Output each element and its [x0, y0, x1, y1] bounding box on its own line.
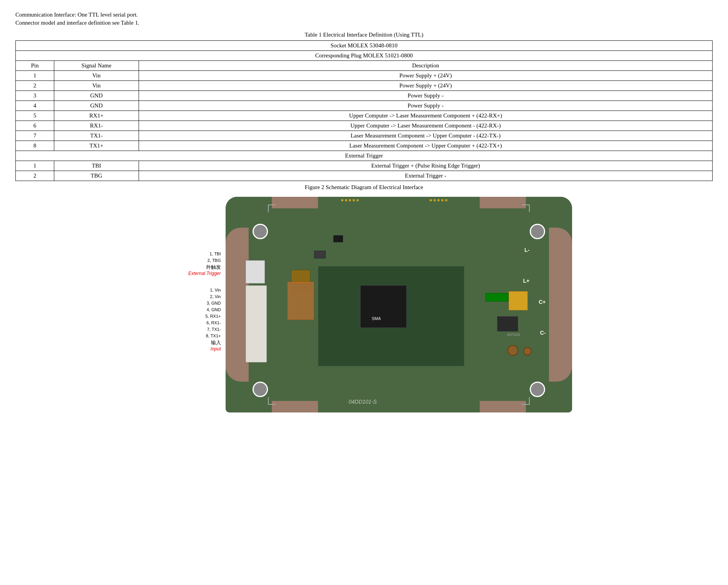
- pcb-left-ear: [226, 228, 249, 382]
- cell-pin: 8: [16, 141, 54, 151]
- cell-desc: Power Supply -: [139, 91, 713, 101]
- cell-desc: Laser Measurement Component -> Upper Com…: [139, 131, 713, 141]
- connector-small: [246, 260, 265, 283]
- table-row: 6 RX1- Upper Computer -> Laser Measureme…: [16, 121, 713, 131]
- connector-main: [246, 285, 267, 362]
- C-minus-label: C-: [540, 330, 546, 336]
- cell-signal: Vin: [54, 81, 139, 91]
- electrical-interface-table: Socket MOLEX 53048-0810 Corresponding Pl…: [15, 40, 713, 181]
- cap-right-1: [507, 345, 518, 356]
- pcb-top-tab-left: [272, 197, 318, 208]
- table-row: 1 Vin Power Supply + (24V): [16, 71, 713, 81]
- plug-row: Corresponding Plug MOLEX 51021-0800: [16, 51, 713, 61]
- cell-desc: Upper Computer -> Laser Measurement Comp…: [139, 111, 713, 121]
- cell-pin: 5: [16, 111, 54, 121]
- ic-large: [360, 285, 407, 328]
- trigger-table-row: 1 TBI External Trigger + (Pulse Rising E…: [16, 161, 713, 171]
- cell-signal: TBG: [54, 171, 139, 181]
- cell-signal: Vin: [54, 71, 139, 81]
- trigger-header-row: External Trigger: [16, 151, 713, 161]
- cell-pin: 3: [16, 91, 54, 101]
- L-minus-label: L-: [524, 247, 529, 253]
- cap-right-2: [523, 347, 532, 355]
- sot203-label: SOT203: [507, 333, 520, 337]
- table-row: 4 GND Power Supply -: [16, 101, 713, 111]
- gold-dots-top-left: [341, 199, 359, 201]
- pcb-right-ear: [549, 228, 572, 382]
- pcb-top-tab-right: [480, 197, 526, 208]
- trigger-annotation: 1, TBI2, TBG 外触发 External Trigger: [156, 251, 221, 276]
- bracket-bottom-right: [522, 397, 530, 405]
- table-row: 3 GND Power Supply -: [16, 91, 713, 101]
- bracket-top-right: [522, 204, 530, 212]
- cell-pin: 4: [16, 101, 54, 111]
- L-plus-label: L+: [523, 278, 530, 284]
- mount-hole-bl: [253, 382, 268, 397]
- cell-signal: GND: [54, 101, 139, 111]
- cell-desc: Power Supply + (24V): [139, 71, 713, 81]
- figure-caption: Figure 2 Schematic Diagram of Electrical…: [15, 184, 713, 191]
- cell-pin: 1: [16, 71, 54, 81]
- bracket-top-left: [268, 204, 276, 212]
- cell-desc: Power Supply -: [139, 101, 713, 111]
- bracket-bottom-left: [268, 397, 276, 405]
- table-row: 8 TX1+ Laser Measurement Component -> Up…: [16, 141, 713, 151]
- sma-label: SMA: [372, 316, 381, 321]
- C-plus-label: C+: [539, 299, 546, 305]
- comp-sot: [333, 235, 343, 242]
- input-annotation: 1, Vin2, Vin3, GND4, GND5, RX1+6, RX1-7,…: [156, 287, 221, 352]
- table-title: Table 1 Electrical Interface Definition …: [15, 32, 713, 38]
- comp-orange: [287, 282, 314, 320]
- cell-desc: Laser Measurement Component -> Upper Com…: [139, 141, 713, 151]
- socket-row: Socket MOLEX 53048-0810: [16, 41, 713, 51]
- cell-signal: TBI: [54, 161, 139, 171]
- cell-signal: RX1-: [54, 121, 139, 131]
- cell-pin: 2: [16, 81, 54, 91]
- input-english: Input: [156, 346, 221, 352]
- input-pins: 1, Vin2, Vin3, GND4, GND5, RX1+6, RX1-7,…: [156, 287, 221, 339]
- input-chinese: 输入: [156, 339, 221, 346]
- intro-line1: Communication Interface: One TTL level s…: [15, 12, 713, 18]
- table-row: 2 Vin Power Supply + (24V): [16, 81, 713, 91]
- trigger-pins: 1, TBI2, TBG: [156, 251, 221, 264]
- intro-line2: Connector model and interface definition…: [15, 20, 713, 26]
- left-annotations: 1, TBI2, TBG 外触发 External Trigger 1, Vin…: [156, 197, 226, 362]
- pcb-section: 1, TBI2, TBG 外触发 External Trigger 1, Vin…: [15, 197, 713, 412]
- yellow-pad: [509, 291, 528, 310]
- cell-desc: Upper Computer -> Laser Measurement Comp…: [139, 121, 713, 131]
- table-row: 5 RX1+ Upper Computer -> Laser Measureme…: [16, 111, 713, 121]
- sot203-ic: [497, 316, 518, 332]
- cell-signal: GND: [54, 91, 139, 101]
- green-component: [485, 293, 509, 302]
- pcb-bottom-tab-left: [272, 401, 318, 412]
- trigger-chinese: 外触发: [156, 264, 221, 271]
- cell-pin: 6: [16, 121, 54, 131]
- cell-pin: 7: [16, 131, 54, 141]
- trigger-english: External Trigger: [156, 271, 221, 276]
- table-row: 7 TX1- Laser Measurement Component -> Up…: [16, 131, 713, 141]
- cell-signal: TX1-: [54, 131, 139, 141]
- cell-desc: Power Supply + (24V): [139, 81, 713, 91]
- cell-signal: RX1+: [54, 111, 139, 121]
- cell-desc: External Trigger -: [139, 171, 713, 181]
- gold-dots-top-right: [430, 199, 447, 201]
- comp-2: [314, 251, 326, 258]
- mount-hole-br: [530, 382, 545, 397]
- cell-pin: 1: [16, 161, 54, 171]
- board-label: 04DD101-S: [349, 399, 377, 405]
- pcb-board: SMA L- L+ C+ C- SOT203 04DD101-S: [226, 197, 572, 412]
- cell-desc: External Trigger + (Pulse Rising Edge Tr…: [139, 161, 713, 171]
- pcb-bottom-tab-right: [480, 401, 526, 412]
- table-header: Pin Signal Name Description: [16, 61, 713, 71]
- cell-pin: 2: [16, 171, 54, 181]
- cell-signal: TX1+: [54, 141, 139, 151]
- mount-hole-tr: [530, 224, 545, 239]
- mount-hole-tl: [253, 224, 268, 239]
- trigger-table-row: 2 TBG External Trigger -: [16, 171, 713, 181]
